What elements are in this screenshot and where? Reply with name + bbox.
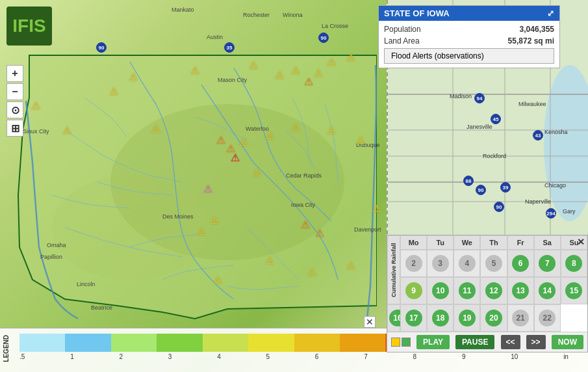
warning-marker[interactable]: ⚠	[216, 134, 225, 146]
cal-cell-11[interactable]: 11	[454, 277, 480, 304]
warning-marker[interactable]: ⚠	[291, 64, 300, 77]
warning-marker[interactable]: ⚠	[356, 134, 365, 146]
city-label-papillion: Papillion	[40, 254, 62, 260]
warning-marker[interactable]: ⚠	[275, 69, 284, 81]
cal-cell-8[interactable]: 8	[561, 250, 587, 277]
pause-button[interactable]: PAUSE	[455, 335, 494, 349]
tick-9: 9	[462, 353, 466, 360]
zoom-in-button[interactable]: +	[6, 65, 23, 82]
tick-in: in	[563, 353, 569, 360]
warning-marker[interactable]: ⚠	[252, 166, 261, 179]
warning-marker[interactable]: ⚠	[346, 51, 355, 64]
warning-marker[interactable]: ⚠	[151, 123, 160, 135]
forward-button[interactable]: >>	[526, 335, 546, 349]
cal-cell-2[interactable]: 2	[400, 250, 427, 277]
city-label-winona: Winona	[283, 12, 303, 18]
location-button[interactable]: ⊙	[6, 101, 23, 118]
tick-1: 1	[70, 353, 74, 360]
warning-marker[interactable]: ⚠	[327, 56, 336, 68]
layers-button[interactable]: ⊞	[6, 120, 23, 137]
cal-cell-21[interactable]: 21	[507, 304, 534, 332]
warning-marker[interactable]: ⚠	[190, 64, 199, 77]
warning-marker[interactable]: ⚠	[265, 129, 274, 142]
day-header-th: Th	[480, 235, 507, 250]
warning-marker[interactable]: ⚠	[304, 75, 313, 88]
ext-city-janesville: Janesville	[467, 124, 492, 130]
legend-seg-4	[157, 334, 202, 352]
flood-alerts-button[interactable]: Flood Alerts (observations)	[384, 48, 554, 64]
warning-marker[interactable]: ⚠	[109, 85, 118, 98]
cal-cell-16[interactable]: 16	[387, 304, 400, 332]
city-label-lacrosse: La Crosse	[322, 23, 348, 29]
warning-marker[interactable]: ⚠	[213, 274, 222, 286]
tick-0.5: .5	[19, 353, 25, 360]
state-title: STATE OF IOWA	[384, 8, 450, 18]
warning-marker[interactable]: ⚠	[307, 266, 316, 278]
calendar-row-label: Cumulative Rainfall	[387, 235, 400, 304]
ext-city-kenosha: Kenosha	[544, 129, 568, 135]
day-header-fr: Fr	[507, 235, 534, 250]
rewind-button[interactable]: <<	[501, 335, 520, 349]
population-label: Population	[384, 25, 421, 34]
expand-button[interactable]: ⤢	[547, 8, 554, 18]
warning-marker[interactable]: ⚠	[301, 219, 310, 231]
tick-2: 2	[119, 353, 123, 360]
cal-cell-6[interactable]: 6	[507, 250, 534, 277]
ifis-logo[interactable]: IFIS	[6, 7, 52, 46]
warning-marker[interactable]: ⚠	[129, 71, 138, 83]
color-indicator-green	[402, 338, 411, 347]
calendar-close-button[interactable]: ✕	[577, 237, 585, 247]
zoom-out-button[interactable]: −	[6, 83, 23, 100]
ext-city-gary: Gary	[563, 208, 576, 215]
city-label-omaha: Omaha	[47, 242, 66, 248]
cal-cell-19[interactable]: 19	[454, 304, 480, 332]
cal-cell-13[interactable]: 13	[507, 277, 534, 304]
cal-cell-18[interactable]: 18	[427, 304, 454, 332]
road-43: 43	[533, 130, 543, 140]
warning-marker[interactable]: ⚠	[265, 254, 274, 267]
cal-cell-12[interactable]: 12	[480, 277, 507, 304]
warning-marker[interactable]: ⚠	[62, 124, 71, 137]
warning-marker[interactable]: ⚠	[315, 227, 324, 239]
cal-cell-22[interactable]: 22	[534, 304, 561, 332]
city-label-davenport: Davenport	[354, 226, 381, 233]
warning-marker[interactable]: ⚠	[314, 67, 323, 79]
cal-cell-4[interactable]: 4	[454, 250, 480, 277]
city-label-iowa-city: Iowa City	[291, 202, 315, 208]
road-35: 35	[224, 42, 235, 53]
warning-marker[interactable]: ⚠	[249, 59, 258, 72]
cal-cell-5[interactable]: 5	[480, 250, 507, 277]
city-label-mason-city: Mason City	[218, 77, 247, 83]
cal-cell-17[interactable]: 17	[400, 304, 427, 332]
cal-cell-15[interactable]: 15	[561, 277, 587, 304]
cal-cell-10[interactable]: 10	[427, 277, 454, 304]
warning-marker[interactable]: ⚠	[203, 183, 212, 195]
warning-marker[interactable]: ⚠	[31, 100, 40, 112]
cal-cell-14[interactable]: 14	[534, 277, 561, 304]
tick-10: 10	[511, 353, 518, 360]
warning-marker[interactable]: ⚠	[239, 136, 248, 148]
warning-marker[interactable]: ⚠	[372, 202, 381, 215]
warning-marker[interactable]: ⚠	[231, 152, 240, 164]
legend-seg-8	[340, 334, 385, 352]
cal-cell-20[interactable]: 20	[480, 304, 507, 332]
city-label-cedar-rapids: Cedar Rapids	[286, 172, 322, 179]
road-90: 90	[96, 42, 107, 53]
cal-cell-9[interactable]: 9	[400, 277, 427, 304]
state-panel-body: Population 3,046,355 Land Area 55,872 sq…	[379, 21, 559, 68]
legend-seg-3	[111, 334, 157, 352]
city-label-sioux-city: Sioux City	[23, 128, 49, 135]
play-button[interactable]: PLAY	[416, 335, 450, 349]
cal-cell-3[interactable]: 3	[427, 250, 454, 277]
now-button[interactable]: NOW	[552, 335, 583, 349]
warning-marker[interactable]: ⚠	[346, 259, 355, 272]
legend-close-button[interactable]: ✕	[364, 316, 376, 328]
tick-3: 3	[168, 353, 172, 360]
warning-marker[interactable]: ⚠	[197, 225, 206, 237]
warning-marker[interactable]: ⚠	[210, 214, 219, 226]
warning-marker[interactable]: ⚠	[291, 121, 300, 133]
warning-marker[interactable]: ⚠	[327, 124, 336, 137]
cal-cell-7[interactable]: 7	[534, 250, 561, 277]
map-container: IFIS + − ⊙ ⊞ ⚠ ⚠ ⚠ ⚠ ⚠ ⚠ ⚠ ⚠ ⚠ ⚠ ⚠ ⚠ ⚠ ⚠…	[0, 0, 588, 372]
ext-city-milwaukee: Milwaukee	[518, 101, 546, 107]
